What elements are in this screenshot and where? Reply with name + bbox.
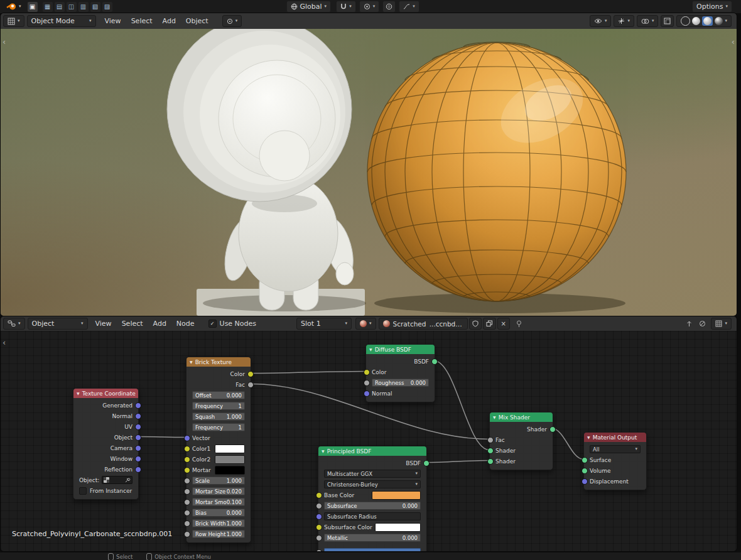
options-dropdown[interactable]: Options ▾	[692, 1, 732, 13]
eyedropper-icon[interactable]	[125, 477, 131, 483]
proportional-editing-toggle[interactable]	[382, 1, 396, 13]
brick-width-slider[interactable]: Brick Width 1.000	[192, 519, 245, 527]
socket-bsdf-output[interactable]	[431, 358, 438, 365]
object-field[interactable]	[102, 476, 133, 484]
socket-color2-input[interactable]	[184, 456, 190, 463]
shading-rendered-button[interactable]	[715, 17, 723, 25]
socket-camera-output[interactable]	[135, 445, 141, 451]
menu-select[interactable]: Select	[117, 316, 148, 331]
from-instancer-checkbox[interactable]	[79, 487, 87, 495]
shading-wireframe-button[interactable]	[681, 16, 690, 26]
menu-add[interactable]: Add	[148, 316, 171, 331]
shader-type-dropdown[interactable]: Object ▾	[28, 318, 88, 330]
socket-color-output[interactable]	[247, 371, 254, 377]
shader-editor-type-button[interactable]: ▾	[3, 318, 25, 330]
socket-metallic-input[interactable]	[316, 535, 322, 541]
node-diffuse-bsdf[interactable]: ▼ Diffuse BSDF BSDF Color R	[365, 344, 435, 402]
subsurface-slider[interactable]: Subsurface 0.000	[324, 502, 421, 510]
node-editor-canvas[interactable]: ‹ ▼ Texture Coordinate	[1, 331, 737, 551]
node-material-output[interactable]: ▼ Material Output All ▾ Surface	[583, 432, 647, 490]
fake-user-button[interactable]	[469, 318, 482, 330]
overlays-dropdown[interactable]: ▾	[637, 15, 659, 27]
collapse-icon[interactable]: ▼	[322, 449, 325, 453]
subsurface-color-swatch[interactable]	[375, 523, 421, 532]
socket-uv-output[interactable]	[135, 424, 141, 430]
socket-brick-width-input[interactable]	[184, 520, 190, 527]
menu-add[interactable]: Add	[158, 13, 181, 29]
socket-row-height-input[interactable]	[184, 531, 190, 537]
collapse-icon[interactable]: ▼	[587, 435, 590, 439]
socket-scale-input[interactable]	[184, 478, 190, 484]
brick-texture-header[interactable]: ▼ Brick Texture	[187, 357, 251, 367]
frequency-slider[interactable]: Frequency 1	[192, 402, 245, 410]
snap-target-dropdown[interactable]: ▾	[359, 1, 380, 13]
socket-shader1-input[interactable]	[487, 448, 494, 454]
row-height-slider[interactable]: Row Height 1.000	[192, 530, 245, 538]
sphere-model[interactable]	[367, 42, 626, 301]
slot-dropdown[interactable]: Slot 1 ▾	[296, 318, 352, 330]
base-color-swatch[interactable]	[372, 491, 421, 500]
socket-surface-input[interactable]	[581, 457, 588, 463]
active-workspace-icon[interactable]: ▣	[28, 2, 38, 12]
menu-object[interactable]: Object	[181, 13, 214, 29]
socket-bsdf-output[interactable]	[423, 460, 430, 466]
viewport-canvas[interactable]: ‹ ‹	[1, 29, 737, 316]
frequency-slider[interactable]: Frequency 1	[192, 423, 245, 431]
object-visibility-dropdown[interactable]: ▾	[590, 15, 612, 27]
socket-fac-output[interactable]	[247, 382, 254, 388]
subsurface-radius-field[interactable]: Subsurface Radius	[324, 512, 421, 520]
collapse-icon[interactable]: ▼	[190, 360, 193, 364]
menu-select[interactable]: Select	[126, 13, 158, 29]
transform-pivot-dropdown[interactable]: ▾	[222, 15, 242, 27]
workspace-tab-icon[interactable]: ▤	[55, 2, 65, 12]
browse-material-dropdown[interactable]: ▾	[355, 318, 376, 330]
socket-subsurface-radius-input[interactable]	[316, 514, 322, 520]
socket-mortar-size-input[interactable]	[184, 488, 190, 495]
mortar-size-slider[interactable]: Mortar Size 0.020	[192, 487, 245, 495]
node-texture-coordinate[interactable]: ▼ Texture Coordinate Generated Normal UV	[73, 388, 139, 500]
socket-mortar-smooth-input[interactable]	[184, 499, 190, 505]
workspace-tab-icon[interactable]: ▥	[78, 2, 89, 12]
region-expand-arrow-right[interactable]: ‹	[732, 38, 735, 46]
region-expand-arrow-left[interactable]: ‹	[3, 338, 6, 347]
collapse-icon[interactable]: ▼	[493, 415, 496, 419]
material-name-field[interactable]: Scratched_...ccnbdnp.001	[379, 318, 468, 330]
viewport-editor-type-button[interactable]: ▾	[3, 15, 24, 27]
texture-coordinate-header[interactable]: ▼ Texture Coordinate	[73, 389, 138, 398]
shading-solid-button[interactable]	[692, 17, 700, 25]
socket-subsurface-input[interactable]	[316, 503, 322, 509]
socket-generated-output[interactable]	[135, 402, 141, 409]
socket-vector-input[interactable]	[184, 435, 190, 441]
region-expand-arrow-left[interactable]: ‹	[3, 38, 6, 46]
socket-roughness-input[interactable]	[364, 380, 370, 386]
socket-window-output[interactable]	[135, 456, 141, 462]
socket-subsurface-color-input[interactable]	[316, 524, 322, 530]
workspace-tab-icon[interactable]: ▨	[102, 2, 112, 12]
mix-shader-header[interactable]: ▼ Mix Shader	[490, 412, 553, 422]
character-model[interactable]	[167, 29, 359, 310]
socket-mortar-input[interactable]	[184, 467, 190, 473]
target-dropdown[interactable]: All ▾	[590, 445, 641, 453]
node-mix-shader[interactable]: ▼ Mix Shader Shader Fac Shader	[489, 412, 553, 470]
socket-object-output[interactable]	[135, 434, 141, 441]
use-nodes-toggle[interactable]: ✓ Use Nodes	[208, 320, 257, 328]
socket-shader2-input[interactable]	[487, 458, 494, 465]
mortar-swatch[interactable]	[215, 466, 245, 475]
xray-toggle[interactable]	[661, 15, 674, 27]
use-nodes-checkbox[interactable]: ✓	[208, 320, 217, 328]
workspace-tab-icon[interactable]: ▦	[43, 2, 53, 12]
socket-normal-input[interactable]	[364, 390, 370, 397]
color2-swatch[interactable]	[215, 455, 245, 464]
scale-slider[interactable]: Scale 1.000	[192, 477, 245, 485]
specular-slider[interactable]	[324, 548, 421, 551]
roughness-slider[interactable]: Roughness 0.000	[372, 379, 429, 387]
node-snap-grid-dropdown[interactable]: ▾	[711, 318, 732, 330]
node-snapping-toggle[interactable]	[699, 320, 706, 327]
socket-base-color-input[interactable]	[316, 492, 322, 498]
socket-bias-input[interactable]	[184, 510, 190, 516]
socket-fac-input[interactable]	[487, 437, 494, 443]
falloff-dropdown[interactable]: ▾	[399, 1, 419, 13]
pin-button[interactable]	[516, 320, 522, 328]
socket-color-input[interactable]	[364, 369, 370, 375]
parent-node-tree-button[interactable]	[686, 320, 693, 327]
